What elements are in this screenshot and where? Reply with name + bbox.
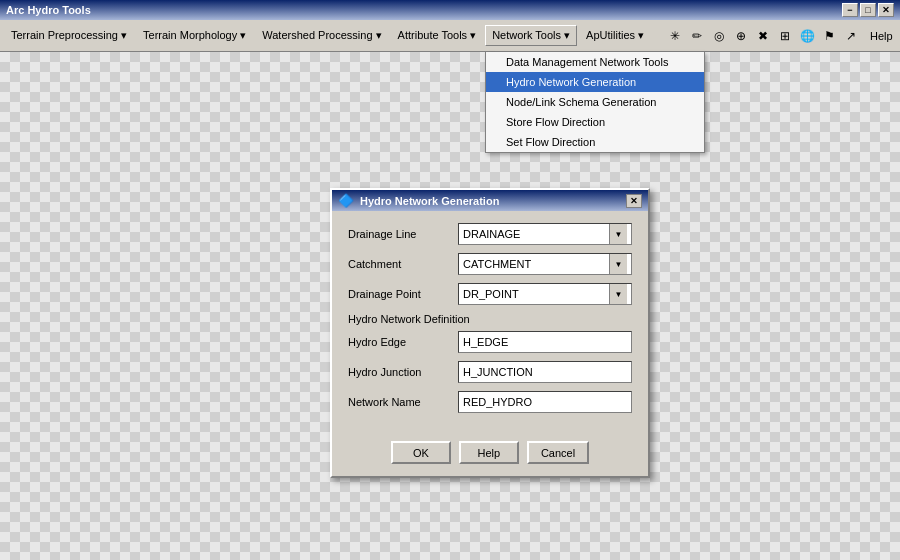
- dialog-title-icon: 🔷: [338, 193, 354, 208]
- menu-terrain-preprocessing[interactable]: Terrain Preprocessing ▾: [4, 25, 134, 46]
- hydro-edge-label: Hydro Edge: [348, 336, 458, 348]
- dropdown-item-node-link[interactable]: Node/Link Schema Generation: [486, 92, 704, 112]
- dialog-content: Drainage Line DRAINAGE ▼ Catchment CATCH…: [332, 211, 648, 433]
- drainage-point-arrow[interactable]: ▼: [609, 284, 627, 304]
- menu-network-tools[interactable]: Network Tools ▾: [485, 25, 577, 46]
- catchment-label: Catchment: [348, 258, 458, 270]
- drainage-point-row: Drainage Point DR_POINT ▼: [348, 283, 632, 305]
- toolbar-icon-target[interactable]: ◎: [709, 26, 729, 46]
- app-title: Arc Hydro Tools: [6, 4, 842, 16]
- toolbar-icon-x[interactable]: ✖: [753, 26, 773, 46]
- catchment-select[interactable]: CATCHMENT ▼: [458, 253, 632, 275]
- title-bar: Arc Hydro Tools − □ ✕: [0, 0, 900, 20]
- toolbar-icon-sun[interactable]: ✳: [665, 26, 685, 46]
- hydro-network-section-label: Hydro Network Definition: [348, 313, 632, 325]
- window-controls: − □ ✕: [842, 3, 894, 17]
- dialog-title-bar: 🔷 Hydro Network Generation ✕: [332, 190, 648, 211]
- drainage-point-select[interactable]: DR_POINT ▼: [458, 283, 632, 305]
- dropdown-item-store-flow[interactable]: Store Flow Direction: [486, 112, 704, 132]
- menu-attribute-tools[interactable]: Attribute Tools ▾: [391, 25, 484, 46]
- network-name-row: Network Name RED_HYDRO: [348, 391, 632, 413]
- menu-ap-utilities[interactable]: ApUtilities ▾: [579, 25, 651, 46]
- drainage-line-arrow[interactable]: ▼: [609, 224, 627, 244]
- dialog-close-button[interactable]: ✕: [626, 194, 642, 208]
- menu-help[interactable]: Help: [863, 26, 900, 46]
- network-name-label: Network Name: [348, 396, 458, 408]
- menu-bar: Terrain Preprocessing ▾ Terrain Morpholo…: [0, 20, 900, 52]
- toolbar-icon-grid[interactable]: ⊞: [775, 26, 795, 46]
- close-button[interactable]: ✕: [878, 3, 894, 17]
- toolbar-icon-pen[interactable]: ✏: [687, 26, 707, 46]
- toolbar-icons: ✳ ✏ ◎ ⊕ ✖ ⊞ 🌐 ⚑ ↗: [665, 26, 861, 46]
- toolbar-icon-plus[interactable]: ⊕: [731, 26, 751, 46]
- drainage-line-select[interactable]: DRAINAGE ▼: [458, 223, 632, 245]
- dropdown-item-data-management[interactable]: Data Management Network Tools: [486, 52, 704, 72]
- network-tools-dropdown: Data Management Network Tools Hydro Netw…: [485, 52, 705, 153]
- dropdown-item-set-flow[interactable]: Set Flow Direction: [486, 132, 704, 152]
- toolbar-icon-globe[interactable]: 🌐: [797, 26, 817, 46]
- help-button[interactable]: Help: [459, 441, 519, 464]
- drainage-line-label: Drainage Line: [348, 228, 458, 240]
- drainage-point-label: Drainage Point: [348, 288, 458, 300]
- menu-terrain-morphology[interactable]: Terrain Morphology ▾: [136, 25, 253, 46]
- maximize-button[interactable]: □: [860, 3, 876, 17]
- hydro-junction-row: Hydro Junction H_JUNCTION: [348, 361, 632, 383]
- hydro-network-dialog: 🔷 Hydro Network Generation ✕ Drainage Li…: [330, 188, 650, 478]
- cancel-button[interactable]: Cancel: [527, 441, 589, 464]
- toolbar-icon-flag[interactable]: ⚑: [819, 26, 839, 46]
- minimize-button[interactable]: −: [842, 3, 858, 17]
- catchment-row: Catchment CATCHMENT ▼: [348, 253, 632, 275]
- drainage-line-row: Drainage Line DRAINAGE ▼: [348, 223, 632, 245]
- ok-button[interactable]: OK: [391, 441, 451, 464]
- hydro-junction-input[interactable]: H_JUNCTION: [458, 361, 632, 383]
- hydro-edge-row: Hydro Edge H_EDGE: [348, 331, 632, 353]
- toolbar-icon-arrow[interactable]: ↗: [841, 26, 861, 46]
- catchment-arrow[interactable]: ▼: [609, 254, 627, 274]
- menu-watershed-processing[interactable]: Watershed Processing ▾: [255, 25, 388, 46]
- network-name-input[interactable]: RED_HYDRO: [458, 391, 632, 413]
- dialog-buttons: OK Help Cancel: [332, 433, 648, 476]
- hydro-junction-label: Hydro Junction: [348, 366, 458, 378]
- hydro-edge-input[interactable]: H_EDGE: [458, 331, 632, 353]
- dropdown-item-hydro-network[interactable]: Hydro Network Generation: [486, 72, 704, 92]
- dialog-title-text: Hydro Network Generation: [360, 195, 620, 207]
